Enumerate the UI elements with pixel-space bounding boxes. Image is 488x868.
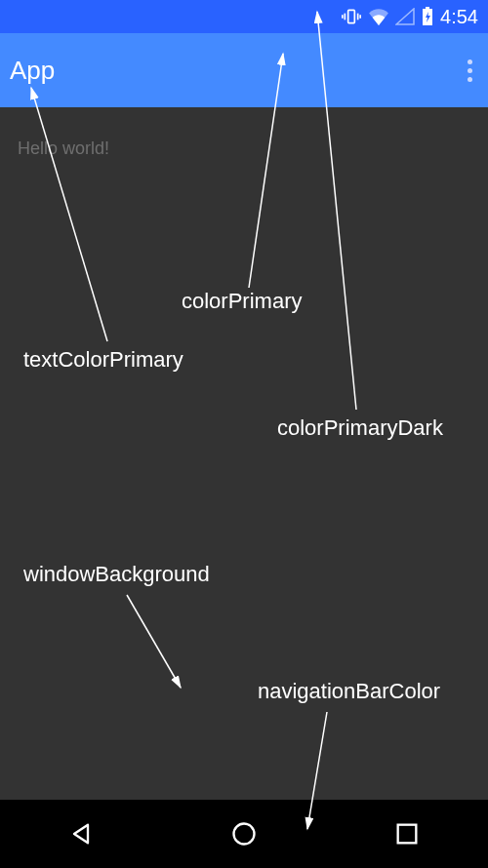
hello-text: Hello world! (0, 107, 488, 159)
content-area: Hello world! (0, 107, 488, 800)
battery-charging-icon (421, 7, 434, 26)
vibrate-icon (341, 7, 362, 26)
svg-rect-8 (397, 825, 416, 844)
navigation-bar (0, 800, 488, 868)
wifi-icon (368, 8, 389, 25)
status-bar: 4:54 (0, 0, 488, 33)
recents-button[interactable] (393, 820, 421, 848)
svg-point-7 (233, 824, 254, 845)
svg-rect-6 (426, 7, 429, 9)
cell-signal-icon (395, 8, 415, 25)
overflow-menu-icon[interactable] (462, 54, 478, 88)
app-bar: App (0, 33, 488, 107)
back-button[interactable] (67, 820, 95, 848)
status-clock: 4:54 (440, 6, 478, 28)
app-title: App (10, 56, 55, 86)
svg-rect-0 (348, 10, 355, 22)
home-button[interactable] (230, 820, 258, 848)
